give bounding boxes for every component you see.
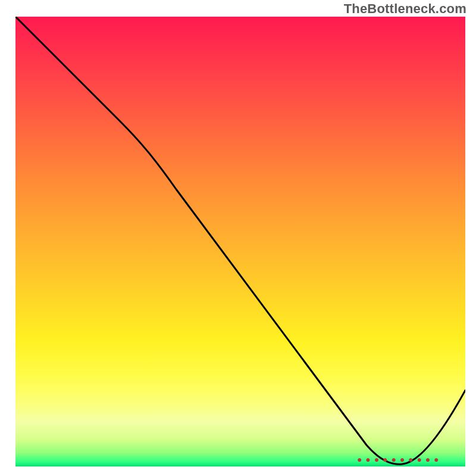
plot-area: ● ● ● ● ● ● ● ● ● ● <box>15 17 465 466</box>
minimum-marker-dots: ● ● ● ● ● ● ● ● ● ● <box>357 455 440 464</box>
chart-container: TheBottleneck.com ● ● ● ● ● ● ● ● ● ● <box>0 0 476 476</box>
heat-gradient-background <box>15 17 465 466</box>
attribution-watermark: TheBottleneck.com <box>344 1 466 17</box>
